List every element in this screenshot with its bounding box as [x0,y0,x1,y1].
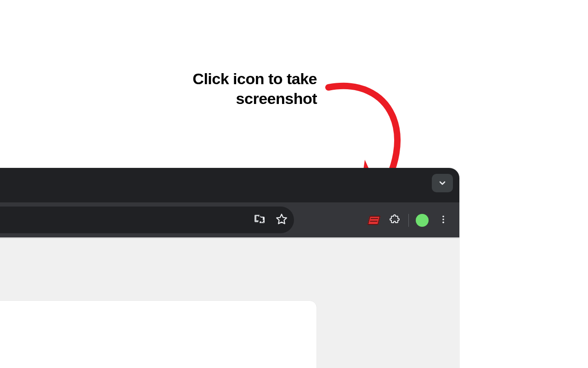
star-icon [276,213,288,227]
page-content: n [0,238,459,368]
svg-text:文: 文 [260,219,264,223]
svg-point-4 [442,218,444,220]
profile-button[interactable] [412,210,433,231]
toolbar-divider [408,214,409,227]
browser-tabstrip [0,168,459,202]
browser-toolbar: G 文 [0,202,459,238]
tabs-chevron-down-icon [438,178,447,188]
instruction-line1: Click icon to take [192,70,317,87]
translate-icon: G 文 [254,213,265,226]
svg-text:G: G [256,216,259,219]
translate-button[interactable]: G 文 [249,209,270,230]
browser-menu-button[interactable] [433,210,454,231]
screenshot-extension-button[interactable] [363,210,384,231]
instruction-line2: screenshot [236,90,317,107]
kebab-menu-icon [438,214,448,226]
svg-point-5 [442,222,444,224]
browser-window: G 文 [0,168,459,368]
profile-avatar-icon [416,214,429,227]
content-card: n [0,300,317,368]
tabs-dropdown-button[interactable] [432,174,453,192]
svg-point-3 [442,216,444,218]
instruction-label: Click icon to take screenshot [152,69,317,108]
svg-marker-2 [277,214,287,224]
bookmark-button[interactable] [271,209,292,230]
extensions-puzzle-icon [390,214,401,227]
screenshot-extension-icon [368,216,381,225]
extensions-menu-button[interactable] [384,210,406,231]
